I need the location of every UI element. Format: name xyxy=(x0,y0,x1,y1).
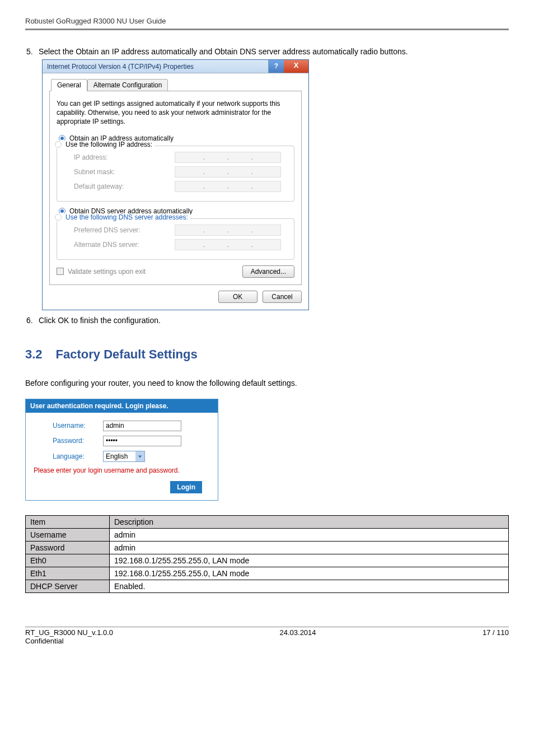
ok-button[interactable]: OK xyxy=(218,291,257,303)
cell-desc: Enabled. xyxy=(110,580,509,592)
cell-desc: admin xyxy=(110,528,509,541)
footer-row-2: Confidential xyxy=(25,637,509,645)
step-6-text: Click OK to finish the configuration. xyxy=(39,316,161,325)
pref-dns-label: Preferred DNS server: xyxy=(74,226,175,234)
alt-dns-label: Alternate DNS server: xyxy=(74,241,175,249)
language-select[interactable]: English xyxy=(103,451,145,462)
tab-content: You can get IP settings assigned automat… xyxy=(49,91,302,285)
subnet-mask-label: Subnet mask: xyxy=(74,168,175,176)
language-row: Language: English xyxy=(53,451,210,462)
subnet-mask-row: Subnet mask: ... xyxy=(74,166,288,178)
table-row: Password admin xyxy=(26,541,509,554)
validate-label: Validate settings upon exit xyxy=(68,268,146,276)
ipv4-properties-dialog: Internet Protocol Version 4 (TCP/IPv4) P… xyxy=(42,59,309,310)
radio-icon xyxy=(55,141,62,148)
footer-right: 17 / 110 xyxy=(483,628,509,637)
pref-dns-input: ... xyxy=(175,225,281,236)
cancel-button[interactable]: Cancel xyxy=(263,291,302,303)
chevron-down-icon xyxy=(135,451,144,461)
footer-row-1: RT_UG_R3000 NU_v.1.0.0 24.03.2014 17 / 1… xyxy=(25,628,509,637)
table-row: DHCP Server Enabled. xyxy=(26,580,509,592)
section-3-2-heading: 3.2Factory Default Settings xyxy=(25,347,509,362)
advanced-button[interactable]: Advanced... xyxy=(242,265,294,278)
cell-item: Username xyxy=(26,528,110,541)
section-num: 3.2 xyxy=(25,347,43,361)
gateway-label: Default gateway: xyxy=(74,183,175,190)
dialog-description: You can get IP settings assigned automat… xyxy=(57,99,294,127)
ip-address-input: ... xyxy=(175,152,281,163)
password-label: Password: xyxy=(53,437,103,445)
alt-dns-row: Alternate DNS server: ... xyxy=(74,239,288,250)
table-row: Eth1 192.168.0.1/255.255.255.0, LAN mode xyxy=(26,567,509,580)
username-row: Username: admin xyxy=(53,421,210,431)
cell-desc: 192.168.0.1/255.255.255.0, LAN mode xyxy=(110,567,509,580)
validate-checkbox[interactable] xyxy=(57,268,64,275)
table-row: Eth0 192.168.0.1/255.255.255.0, LAN mode xyxy=(26,554,509,567)
page-footer: RT_UG_R3000 NU_v.1.0.0 24.03.2014 17 / 1… xyxy=(25,627,509,645)
dialog-body: GeneralAlternate Configuration You can g… xyxy=(43,73,308,310)
ip-address-row: IP address: ... xyxy=(74,152,288,163)
cell-desc: admin xyxy=(110,541,509,554)
window-buttons: ? X xyxy=(268,60,308,73)
login-button-row: Login xyxy=(53,481,210,493)
th-item: Item xyxy=(26,515,110,528)
tab-general[interactable]: General xyxy=(51,79,87,91)
intro-para: Before configuring your router, you need… xyxy=(25,379,509,388)
login-body: Username: admin Password: ••••• Language… xyxy=(26,413,218,500)
header-rule xyxy=(25,29,509,30)
subnet-mask-input: ... xyxy=(175,166,281,178)
gateway-input: ... xyxy=(175,181,281,192)
doc-header: Robustel GoRugged R3000 NU User Guide xyxy=(25,17,509,27)
login-title: User authentication required. Login plea… xyxy=(26,399,218,413)
radio-use-ip-row[interactable]: Use the following IP address: xyxy=(53,141,154,148)
language-label: Language: xyxy=(53,452,103,460)
step-6: 6.Click OK to finish the configuration. xyxy=(26,316,509,325)
radio-icon xyxy=(55,214,62,221)
password-row: Password: ••••• xyxy=(53,436,210,446)
ip-address-label: IP address: xyxy=(74,153,175,161)
alt-dns-input: ... xyxy=(175,239,281,250)
cell-item: Eth1 xyxy=(26,567,110,580)
section-title: Factory Default Settings xyxy=(56,347,198,361)
table-row: Username admin xyxy=(26,528,509,541)
tab-alternate[interactable]: Alternate Configuration xyxy=(87,79,168,91)
cell-item: Password xyxy=(26,541,110,554)
table-header-row: Item Description xyxy=(26,515,509,528)
cell-desc: 192.168.0.1/255.255.255.0, LAN mode xyxy=(110,554,509,567)
radio-use-dns-row[interactable]: Use the following DNS server addresses: xyxy=(53,213,190,221)
dns-group: Use the following DNS server addresses: … xyxy=(57,218,294,260)
login-box: User authentication required. Login plea… xyxy=(25,399,218,501)
radio-use-ip-label: Use the following IP address: xyxy=(65,141,152,148)
dialog-title: Internet Protocol Version 4 (TCP/IPv4) P… xyxy=(47,63,194,71)
gateway-row: Default gateway: ... xyxy=(74,181,288,192)
step-5: 5.Select the Obtain an IP address automa… xyxy=(26,47,509,56)
step-5-text: Select the Obtain an IP address automati… xyxy=(39,47,408,56)
close-button[interactable]: X xyxy=(284,60,308,73)
step-6-num: 6. xyxy=(26,316,39,325)
footer-left: RT_UG_R3000 NU_v.1.0.0 xyxy=(25,628,113,637)
validate-row: Validate settings upon exit Advanced... xyxy=(57,265,294,278)
step-5-num: 5. xyxy=(26,47,39,56)
dialog-footer: OK Cancel xyxy=(49,285,302,303)
username-label: Username: xyxy=(53,422,103,430)
cell-item: DHCP Server xyxy=(26,580,110,592)
username-input[interactable]: admin xyxy=(103,421,181,431)
help-button[interactable]: ? xyxy=(268,60,284,73)
defaults-table: Item Description Username admin Password… xyxy=(25,515,509,593)
cell-item: Eth0 xyxy=(26,554,110,567)
footer-center: 24.03.2014 xyxy=(279,628,316,637)
dialog-tabs: GeneralAlternate Configuration xyxy=(49,79,302,91)
login-message: Please enter your login username and pas… xyxy=(34,466,210,474)
th-desc: Description xyxy=(110,515,509,528)
footer-rule xyxy=(25,627,509,627)
dialog-titlebar: Internet Protocol Version 4 (TCP/IPv4) P… xyxy=(43,60,308,73)
login-button[interactable]: Login xyxy=(170,481,202,493)
ip-group: Use the following IP address: IP address… xyxy=(57,146,294,202)
pref-dns-row: Preferred DNS server: ... xyxy=(74,225,288,236)
radio-use-dns-label: Use the following DNS server addresses: xyxy=(65,213,188,221)
svg-marker-0 xyxy=(138,455,142,458)
language-value: English xyxy=(106,452,128,460)
password-input[interactable]: ••••• xyxy=(103,436,181,446)
